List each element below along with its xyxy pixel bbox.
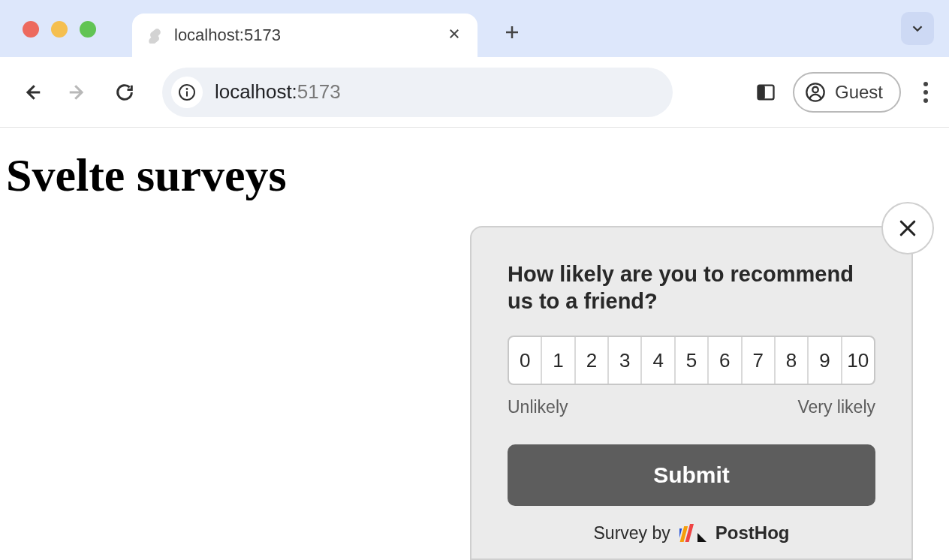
svg-point-6 xyxy=(812,86,818,92)
tabs-dropdown-button[interactable] xyxy=(901,12,934,45)
profile-label: Guest xyxy=(835,82,883,103)
address-text: localhost:5173 xyxy=(215,80,341,104)
tab-title: localhost:5173 xyxy=(174,26,444,45)
side-panel-icon[interactable] xyxy=(755,82,776,103)
svelte-favicon-icon xyxy=(146,26,164,44)
posthog-logo-icon xyxy=(679,524,709,542)
tab-close-button[interactable] xyxy=(444,23,464,48)
browser-toolbar: localhost:5173 Guest xyxy=(0,57,949,128)
window-maximize-button[interactable] xyxy=(80,21,96,38)
rating-option-7[interactable]: 7 xyxy=(743,337,776,384)
posthog-logo[interactable]: PostHog xyxy=(679,522,790,543)
browser-tab-strip: localhost:5173 xyxy=(0,0,949,57)
rating-high-label: Very likely xyxy=(797,397,875,417)
profile-button[interactable]: Guest xyxy=(793,72,901,113)
window-controls xyxy=(23,21,96,38)
rating-option-8[interactable]: 8 xyxy=(776,337,809,384)
toolbar-right: Guest xyxy=(755,72,934,113)
forward-button[interactable] xyxy=(62,76,95,109)
browser-tab[interactable]: localhost:5173 xyxy=(132,14,478,57)
rating-option-4[interactable]: 4 xyxy=(642,337,675,384)
rating-option-1[interactable]: 1 xyxy=(542,337,575,384)
svg-rect-2 xyxy=(186,91,188,96)
address-port: 5173 xyxy=(297,80,341,103)
page-content: Svelte surveys xyxy=(0,128,949,223)
back-button[interactable] xyxy=(15,76,48,109)
survey-footer-prefix: Survey by xyxy=(594,523,670,543)
survey-popup: How likely are you to recommend us to a … xyxy=(470,226,913,561)
rating-option-0[interactable]: 0 xyxy=(509,337,542,384)
page-heading: Svelte surveys xyxy=(6,149,943,202)
rating-scale: 0 1 2 3 4 5 6 7 8 9 10 xyxy=(508,336,875,385)
survey-close-button[interactable] xyxy=(881,202,934,254)
browser-menu-button[interactable] xyxy=(917,76,934,109)
rating-option-3[interactable]: 3 xyxy=(609,337,642,384)
rating-option-9[interactable]: 9 xyxy=(809,337,842,384)
rating-option-5[interactable]: 5 xyxy=(676,337,709,384)
rating-option-6[interactable]: 6 xyxy=(709,337,742,384)
survey-footer: Survey by PostHog xyxy=(508,522,875,543)
posthog-brand-name: PostHog xyxy=(716,522,790,543)
new-tab-button[interactable] xyxy=(496,18,529,50)
window-close-button[interactable] xyxy=(23,21,39,38)
svg-rect-4 xyxy=(758,85,764,99)
submit-button[interactable]: Submit xyxy=(508,444,875,506)
rating-option-10[interactable]: 10 xyxy=(842,337,874,384)
svg-point-1 xyxy=(186,88,188,90)
rating-labels: Unlikely Very likely xyxy=(508,397,875,417)
survey-question: How likely are you to recommend us to a … xyxy=(508,260,875,315)
address-host: localhost: xyxy=(215,80,297,103)
address-bar[interactable]: localhost:5173 xyxy=(162,68,673,117)
rating-low-label: Unlikely xyxy=(508,397,568,417)
rating-option-2[interactable]: 2 xyxy=(576,337,609,384)
site-info-icon[interactable] xyxy=(171,77,203,108)
window-minimize-button[interactable] xyxy=(51,21,68,38)
reload-button[interactable] xyxy=(108,76,141,109)
